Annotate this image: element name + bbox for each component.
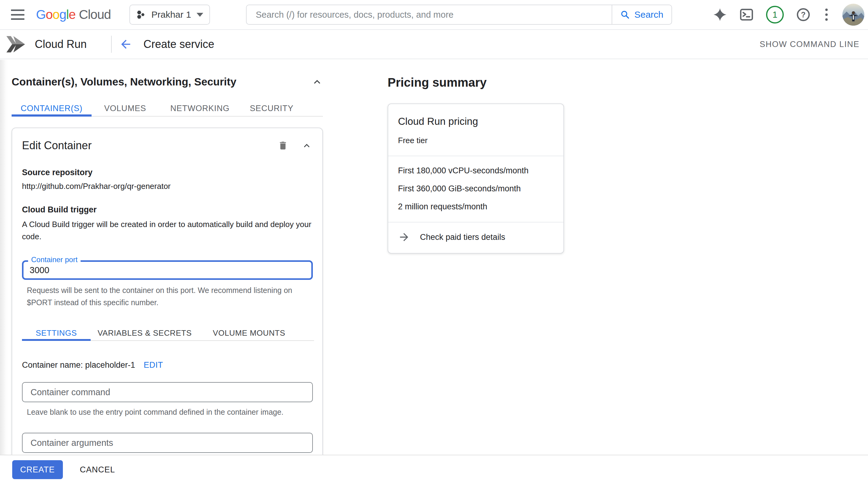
free-tier-item: First 360,000 GiB-seconds/month	[398, 184, 554, 193]
tab-networking[interactable]: NETWORKING	[159, 101, 241, 116]
search-button-label: Search	[634, 9, 663, 20]
container-port-helper: Requests will be sent to the container o…	[27, 284, 296, 309]
logo-cloud-text: Cloud	[79, 7, 111, 22]
build-trigger-description: A Cloud Build trigger will be created in…	[22, 218, 312, 243]
delete-container-icon[interactable]	[278, 140, 288, 151]
tab-variables-secrets[interactable]: VARIABLES & SECRETS	[91, 326, 199, 340]
main-content: Container(s), Volumes, Networking, Secur…	[0, 60, 868, 484]
container-tabs: SETTINGS VARIABLES & SECRETS VOLUME MOUN…	[22, 326, 314, 341]
project-name: Prakhar 1	[151, 9, 191, 20]
notifications-badge[interactable]: 1	[766, 6, 784, 24]
search-icon	[620, 10, 630, 20]
header-actions: 1 ?	[713, 4, 864, 26]
project-hexagons-icon	[135, 9, 146, 20]
page-title: Create service	[144, 38, 214, 51]
card-title: Edit Container	[22, 139, 92, 152]
pricing-column: Pricing summary Cloud Run pricing Free t…	[388, 60, 564, 254]
pricing-subtitle: Free tier	[398, 136, 554, 145]
project-selector[interactable]: Prakhar 1	[129, 5, 210, 25]
user-avatar[interactable]	[842, 4, 864, 26]
page-header: Cloud Run Create service SHOW COMMAND LI…	[0, 30, 868, 59]
form-column: Container(s), Volumes, Networking, Secur…	[11, 60, 323, 460]
paid-tiers-label: Check paid tiers details	[420, 232, 505, 242]
product-name[interactable]: Cloud Run	[35, 38, 87, 51]
container-name-text: Container name: placeholder-1	[22, 360, 135, 370]
help-icon[interactable]: ?	[796, 7, 811, 22]
build-trigger-label: Cloud Build trigger	[22, 205, 312, 215]
paid-tiers-link[interactable]: Check paid tiers details	[388, 223, 563, 253]
container-command-helper: Leave blank to use the entry point comma…	[27, 406, 312, 418]
global-search: Search	[246, 5, 672, 25]
menu-icon[interactable]	[11, 9, 24, 20]
search-input[interactable]	[247, 5, 612, 24]
collapse-card-icon[interactable]	[302, 140, 312, 151]
container-port-field: Container port	[22, 260, 313, 280]
edit-container-card: Edit Container Source repository http://…	[11, 128, 323, 460]
edit-name-link[interactable]: EDIT	[144, 360, 163, 370]
form-footer: CREATE CANCEL	[0, 455, 868, 484]
tab-security[interactable]: SECURITY	[241, 101, 302, 116]
notification-count: 1	[772, 10, 777, 20]
container-arguments-input[interactable]	[22, 433, 313, 453]
container-command-field	[22, 382, 313, 402]
tab-volumes[interactable]: VOLUMES	[92, 101, 159, 116]
source-repo-label: Source repository	[22, 168, 312, 177]
section-tabs: CONTAINER(S) VOLUMES NETWORKING SECURITY	[11, 101, 323, 117]
header-divider	[111, 36, 112, 53]
container-arguments-field	[22, 433, 313, 453]
source-repo-value: http://github.com/Prakhar-org/qr-generat…	[22, 182, 312, 191]
search-button[interactable]: Search	[612, 5, 672, 24]
arrow-right-icon	[398, 231, 410, 243]
cloud-shell-icon[interactable]	[739, 7, 754, 22]
top-app-bar: Google Cloud Prakhar 1 Search	[0, 0, 868, 30]
dropdown-caret-icon	[196, 13, 203, 17]
container-command-input[interactable]	[22, 382, 313, 402]
more-vert-icon[interactable]	[823, 8, 830, 21]
back-arrow-icon[interactable]	[119, 37, 132, 51]
section-title: Container(s), Volumes, Networking, Secur…	[11, 76, 236, 88]
left-gutter	[0, 60, 8, 455]
free-tier-item: First 180,000 vCPU-seconds/month	[398, 166, 554, 175]
pricing-heading: Pricing summary	[388, 76, 564, 89]
tab-settings[interactable]: SETTINGS	[22, 326, 91, 340]
pricing-card: Cloud Run pricing Free tier First 180,00…	[388, 103, 564, 254]
show-command-line-button[interactable]: SHOW COMMAND LINE	[760, 40, 860, 49]
tab-containers[interactable]: CONTAINER(S)	[11, 101, 92, 116]
container-port-label: Container port	[28, 255, 81, 264]
cancel-button[interactable]: CANCEL	[80, 465, 115, 475]
gemini-sparkle-icon[interactable]	[713, 8, 727, 22]
free-tier-item: 2 million requests/month	[398, 202, 554, 212]
google-cloud-logo: Google Cloud	[36, 7, 111, 22]
svg-text:?: ?	[801, 10, 805, 19]
create-button[interactable]: CREATE	[12, 460, 63, 479]
pricing-card-title: Cloud Run pricing	[398, 116, 554, 127]
tab-volume-mounts[interactable]: VOLUME MOUNTS	[199, 326, 300, 340]
collapse-section-icon[interactable]	[311, 76, 323, 88]
cloud-run-icon	[5, 35, 26, 53]
free-tier-list: First 180,000 vCPU-seconds/month First 3…	[388, 156, 563, 222]
